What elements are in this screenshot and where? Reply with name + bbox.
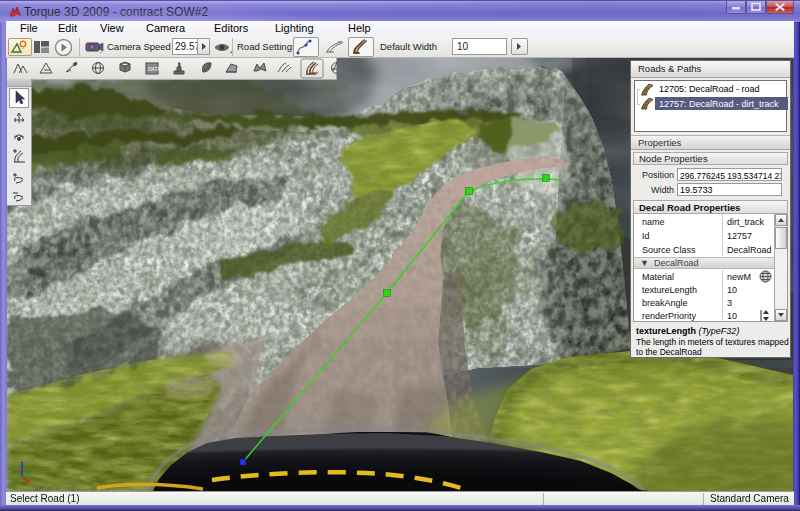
svg-text:DATA: DATA <box>148 66 161 72</box>
